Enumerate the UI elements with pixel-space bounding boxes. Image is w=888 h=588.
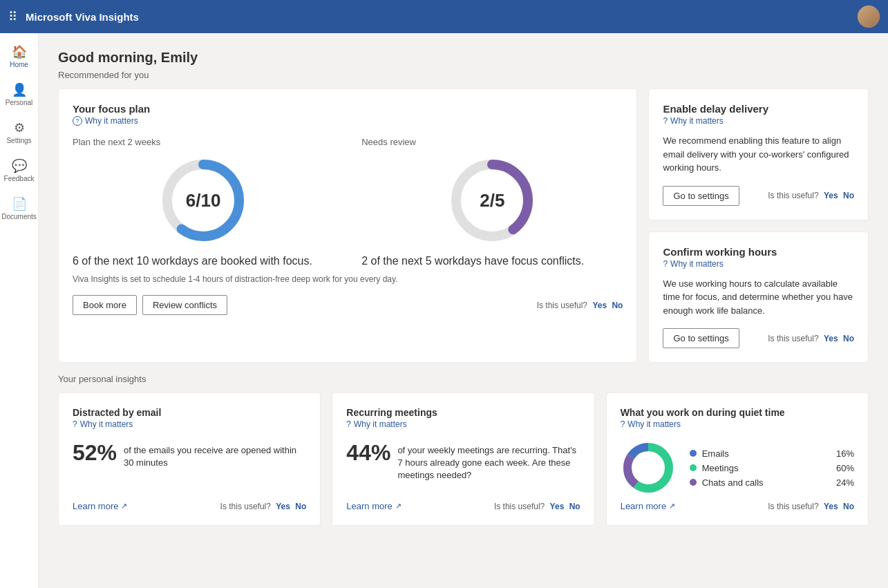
recurring-useful: Is this useful? Yes No [494, 502, 580, 511]
quiet-yes[interactable]: Yes [824, 502, 838, 511]
delay-delivery-card: Enable delay delivery ? Why it matters W… [648, 88, 869, 220]
donut2-value: 2/5 [480, 190, 504, 211]
quiet-footer: Learn more ↗ Is this useful? Yes No [621, 501, 854, 511]
sidebar-label-settings: Settings [6, 137, 31, 144]
distracted-learn-more[interactable]: Learn more ↗ [73, 501, 127, 511]
sidebar-item-personal[interactable]: 👤 Personal [1, 77, 37, 112]
focus-plan-title: Your focus plan [73, 103, 623, 115]
delay-why[interactable]: ? Why it matters [663, 116, 854, 126]
quiet-useful: Is this useful? Yes No [768, 502, 854, 511]
distracted-yes[interactable]: Yes [276, 502, 290, 511]
focus-plan-card: Your focus plan ? Why it matters Plan th… [58, 88, 637, 363]
focus-useful-label: Is this useful? Yes No [537, 301, 623, 310]
focus-plan-why[interactable]: ? Why it matters [73, 116, 623, 126]
chats-dot [690, 479, 697, 486]
side-cards: Enable delay delivery ? Why it matters W… [648, 88, 869, 363]
hours-footer: Go to settings Is this useful? Yes No [663, 328, 854, 348]
delay-yes[interactable]: Yes [824, 191, 838, 200]
emails-dot [690, 450, 697, 457]
quiet-why-label: Why it matters [627, 419, 681, 429]
sidebar-label-documents: Documents [1, 213, 37, 220]
distracted-why[interactable]: ? Why it matters [73, 419, 306, 429]
distracted-learn-more-label: Learn more [73, 501, 118, 511]
external-link-icon: ↗ [121, 502, 127, 511]
focus-left: Plan the next 2 weeks 6/10 6 of the next… [73, 137, 334, 274]
chats-value: 24% [836, 477, 854, 488]
recurring-footer: Learn more ↗ Is this useful? Yes No [346, 501, 580, 511]
sidebar-item-feedback[interactable]: 💬 Feedback [1, 153, 37, 188]
review-conflicts-button[interactable]: Review conflicts [142, 295, 227, 315]
quiet-ext-icon: ↗ [669, 502, 675, 511]
recommended-label: Recommended for you [58, 70, 869, 80]
recurring-stat: 44% of your weekly meetings are recurrin… [346, 440, 580, 493]
donut1: 6/10 [158, 155, 248, 245]
quiet-why[interactable]: ? Why it matters [621, 419, 854, 429]
home-icon: 🏠 [12, 44, 27, 59]
distracted-footer: Learn more ↗ Is this useful? Yes No [73, 501, 306, 511]
distracted-title: Distracted by email [73, 407, 306, 418]
emails-label: Emails [702, 448, 729, 459]
meetings-dot [690, 464, 697, 471]
waffle-icon[interactable]: ⠿ [8, 9, 17, 24]
focus-desc2: 2 of the next 5 workdays have focus conf… [361, 254, 623, 269]
settings-icon: ⚙ [14, 120, 25, 135]
recurring-learn-more[interactable]: Learn more ↗ [346, 501, 401, 511]
emails-value: 16% [836, 448, 854, 459]
distracted-percent: 52% [73, 440, 117, 466]
delay-question-icon: ? [663, 116, 668, 126]
hours-settings-button[interactable]: Go to settings [663, 328, 739, 348]
page-title: Good morning, Emily [58, 50, 869, 66]
book-more-button[interactable]: Book more [73, 295, 137, 315]
donut1-container: 6/10 [73, 155, 334, 245]
recurring-title: Recurring meetings [346, 407, 580, 418]
focus-note: Viva Insights is set to schedule 1-4 hou… [73, 274, 623, 284]
recurring-why[interactable]: ? Why it matters [346, 419, 580, 429]
sidebar-label-home: Home [10, 61, 28, 68]
plan-label: Plan the next 2 weeks [73, 137, 334, 147]
delay-useful: Is this useful? Yes No [768, 191, 854, 200]
focus-right: Needs review 2/5 2 of the next 5 workday… [361, 137, 623, 274]
recurring-no[interactable]: No [569, 502, 580, 511]
hours-why[interactable]: ? Why it matters [663, 259, 854, 269]
main-content: Good morning, Emily Recommended for you … [39, 33, 888, 588]
needs-review-label: Needs review [361, 137, 623, 147]
quiet-legend: Emails 16% Meetings 60% Chats and calls … [690, 448, 854, 488]
focus-yes-link[interactable]: Yes [592, 301, 607, 310]
sidebar-item-home[interactable]: 🏠 Home [1, 39, 37, 74]
donut2-container: 2/5 [361, 155, 623, 245]
working-hours-card: Confirm working hours ? Why it matters W… [648, 231, 869, 363]
recurring-yes[interactable]: Yes [550, 502, 565, 511]
distracted-no[interactable]: No [295, 502, 306, 511]
quiet-no[interactable]: No [843, 502, 854, 511]
delay-body: We recommend enabling this feature to al… [663, 134, 854, 175]
delay-settings-button[interactable]: Go to settings [663, 186, 739, 206]
personal-icon: 👤 [12, 82, 27, 97]
hours-body: We use working hours to calculate availa… [663, 277, 854, 318]
focus-plan-why-label: Why it matters [85, 116, 138, 126]
hours-yes[interactable]: Yes [824, 334, 838, 343]
distracted-useful: Is this useful? Yes No [220, 502, 307, 511]
hours-no[interactable]: No [843, 334, 854, 343]
quiet-learn-more-label: Learn more [621, 501, 666, 511]
legend-emails: Emails 16% [690, 448, 854, 459]
working-hours-title: Confirm working hours [663, 246, 854, 258]
quiet-donut [621, 440, 676, 495]
delay-no[interactable]: No [843, 191, 854, 200]
quiet-learn-more[interactable]: Learn more ↗ [621, 501, 675, 511]
hours-useful: Is this useful? Yes No [768, 334, 854, 343]
focus-no-link[interactable]: No [612, 301, 623, 310]
meetings-label: Meetings [702, 463, 739, 473]
chats-label: Chats and calls [702, 477, 764, 488]
distracted-why-label: Why it matters [80, 419, 133, 429]
app-title: Microsoft Viva Insights [26, 11, 858, 23]
sidebar-label-personal: Personal [6, 99, 32, 106]
avatar[interactable] [858, 6, 880, 28]
focus-plan-inner: Plan the next 2 weeks 6/10 6 of the next… [73, 137, 623, 274]
delay-delivery-title: Enable delay delivery [663, 103, 854, 115]
sidebar-item-settings[interactable]: ⚙ Settings [1, 115, 37, 150]
delay-footer: Go to settings Is this useful? Yes No [663, 186, 854, 206]
top-nav: ⠿ Microsoft Viva Insights [0, 0, 888, 33]
hours-why-label: Why it matters [670, 259, 724, 269]
donut2: 2/5 [447, 155, 537, 245]
sidebar-item-documents[interactable]: 📄 Documents [1, 191, 37, 226]
